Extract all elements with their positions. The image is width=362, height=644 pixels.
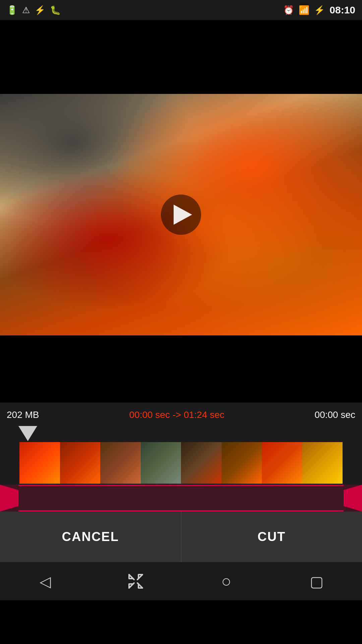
- clock-icon: ⏰: [283, 5, 294, 15]
- status-left-icons: 🔋 ⚠ ⚡ 🐛: [7, 5, 61, 15]
- usb-icon: ⚡: [35, 5, 45, 15]
- recent-button[interactable]: [303, 568, 330, 595]
- thumbnail-4: [181, 442, 222, 484]
- video-bottom-padding: [0, 335, 362, 402]
- action-buttons: CANCEL CUT: [0, 512, 362, 562]
- play-icon: [174, 205, 192, 225]
- play-button[interactable]: [161, 195, 201, 235]
- compress-button[interactable]: [122, 568, 149, 595]
- cancel-button[interactable]: CANCEL: [0, 512, 181, 562]
- bug-icon: 🐛: [50, 5, 61, 15]
- video-top-padding: [0, 20, 362, 94]
- status-bar: 🔋 ⚠ ⚡ 🐛 ⏰ 📶 ⚡ 08:10: [0, 0, 362, 20]
- warning-icon: ⚠: [22, 5, 30, 15]
- status-right-icons: ⏰ 📶 ⚡ 08:10: [283, 4, 355, 16]
- trim-line-bottom: [18, 510, 344, 512]
- time-range: 00:00 sec -> 01:24 sec: [129, 410, 225, 420]
- thumbnail-7: [302, 442, 343, 484]
- timeline-area: 202 MB 00:00 sec -> 01:24 sec 00:00 sec: [0, 402, 362, 512]
- trim-track: [0, 485, 362, 512]
- file-size: 202 MB: [7, 410, 39, 420]
- thumbnail-3: [141, 442, 181, 484]
- trim-bar[interactable]: [0, 485, 362, 512]
- home-button[interactable]: [213, 568, 240, 595]
- scrubber-area[interactable]: [0, 424, 362, 441]
- back-button[interactable]: [32, 568, 59, 595]
- thumbnail-6: [262, 442, 302, 484]
- charging-icon: ⚡: [314, 5, 325, 15]
- battery-icon: 🔋: [7, 5, 17, 15]
- thumbnail-strip: [18, 441, 344, 485]
- cut-button[interactable]: CUT: [181, 512, 362, 562]
- scrubber-handle[interactable]: [18, 426, 37, 441]
- nav-bar: [0, 562, 362, 600]
- timeline-info: 202 MB 00:00 sec -> 01:24 sec 00:00 sec: [0, 402, 362, 424]
- signal-icon: 📶: [299, 5, 309, 15]
- current-time: 00:00 sec: [315, 410, 355, 420]
- status-time: 08:10: [329, 4, 355, 16]
- thumbnail-1: [60, 442, 101, 484]
- thumbnail-5: [222, 442, 262, 484]
- thumbnail-2: [100, 442, 141, 484]
- trim-line-top: [18, 485, 344, 486]
- video-frame[interactable]: [0, 94, 362, 335]
- thumbnail-0: [19, 442, 60, 484]
